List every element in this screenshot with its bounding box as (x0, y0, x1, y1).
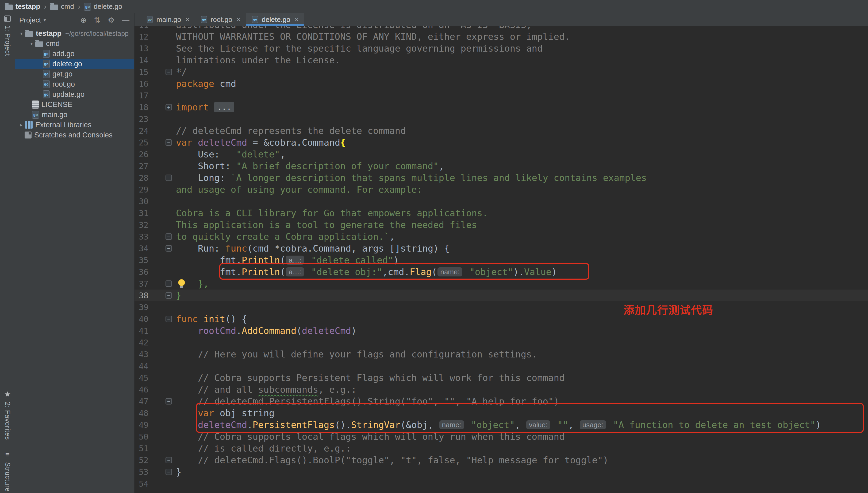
tab-delete.go[interactable]: godelete.go× (246, 13, 304, 26)
code-line-43[interactable]: 43 // Here you will define your flags an… (134, 348, 868, 360)
chevron-open-icon[interactable]: ▾ (18, 31, 25, 36)
line-number[interactable]: 17 (134, 91, 148, 100)
stripe-button-structure[interactable]: ≡ Structure (0, 450, 15, 492)
line-number[interactable]: 40 (134, 315, 148, 324)
project-tree-item-LICENSE[interactable]: LICENSE (15, 100, 134, 110)
line-number[interactable]: 13 (134, 44, 148, 53)
line-number[interactable]: 45 (134, 373, 148, 383)
line-number[interactable]: 28 (134, 173, 148, 183)
line-number[interactable]: 41 (134, 326, 148, 336)
code-line-14[interactable]: 14limitations under the License. (134, 54, 868, 66)
code-line-27[interactable]: 27 Short: "A brief description of your c… (134, 160, 868, 172)
tab-root.go[interactable]: goroot.go× (195, 13, 246, 26)
code-line-36[interactable]: 36 fmt.Println(a…: "delete obj:",cmd.Fla… (134, 266, 868, 278)
project-tree-item-update.go[interactable]: goupdate.go (15, 89, 134, 100)
code-line-29[interactable]: 29and usage of using your command. For e… (134, 184, 868, 195)
code-line-49[interactable]: 49 deleteCmd.PersistentFlags().StringVar… (134, 419, 868, 431)
fold-collapse-icon[interactable]: − (166, 245, 172, 252)
tab-main.go[interactable]: gomain.go× (141, 13, 195, 26)
code-line-40[interactable]: 40−func init() { (134, 313, 868, 325)
code-line-38[interactable]: 38−} (134, 290, 868, 301)
code-line-24[interactable]: 24// deleteCmd represents the delete com… (134, 125, 868, 136)
close-icon[interactable]: × (237, 16, 241, 24)
project-tree-item-root.go[interactable]: goroot.go (15, 79, 134, 89)
code-line-50[interactable]: 50 // Cobra supports local flags which w… (134, 431, 868, 443)
code-line-17[interactable]: 17 (134, 90, 868, 101)
collapse-all-icon[interactable]: ⇅ (94, 16, 100, 25)
line-number[interactable]: 54 (134, 479, 148, 489)
code-line-32[interactable]: 32This application is a tool to generate… (134, 219, 868, 231)
line-number[interactable]: 32 (134, 220, 148, 230)
code-line-48[interactable]: 48 var obj string (134, 407, 868, 419)
line-number[interactable]: 16 (134, 79, 148, 88)
line-number[interactable]: 35 (134, 256, 148, 265)
breadcrumb-item-delete.go[interactable]: godelete.go (84, 2, 122, 11)
project-tree-item-main.go[interactable]: gomain.go (15, 110, 134, 120)
line-number[interactable]: 24 (134, 126, 148, 135)
line-number[interactable]: 49 (134, 420, 148, 430)
line-number[interactable]: 25 (134, 138, 148, 147)
code-line-44[interactable]: 44 (134, 360, 868, 372)
line-number[interactable]: 11 (134, 26, 148, 30)
project-tree-item-delete.go[interactable]: godelete.go (15, 59, 134, 69)
project-panel-title[interactable]: Project (19, 16, 41, 24)
code-line-42[interactable]: 42 (134, 337, 868, 348)
line-number[interactable]: 51 (134, 444, 148, 453)
line-number[interactable]: 29 (134, 185, 148, 194)
line-number[interactable]: 38 (134, 291, 148, 300)
code-line-16[interactable]: 16package cmd (134, 78, 868, 90)
line-number[interactable]: 47 (134, 397, 148, 406)
folded-region[interactable]: ... (214, 102, 234, 112)
line-number[interactable]: 33 (134, 232, 148, 241)
code-line-53[interactable]: 53−} (134, 466, 868, 478)
project-tree-item-cmd[interactable]: ▾cmd (15, 39, 134, 49)
line-number[interactable]: 48 (134, 408, 148, 418)
line-number[interactable]: 52 (134, 455, 148, 465)
line-number[interactable]: 23 (134, 114, 148, 124)
line-number[interactable]: 37 (134, 279, 148, 288)
line-number[interactable]: 44 (134, 362, 148, 371)
code-line-30[interactable]: 30 (134, 195, 868, 207)
chevron-down-icon[interactable]: ▾ (44, 17, 46, 23)
intention-bulb-icon[interactable] (178, 279, 185, 288)
code-line-39[interactable]: 39 (134, 301, 868, 313)
line-number[interactable]: 14 (134, 56, 148, 65)
fold-collapse-icon[interactable]: − (166, 398, 172, 405)
line-number[interactable]: 26 (134, 150, 148, 159)
line-number[interactable]: 27 (134, 162, 148, 171)
line-number[interactable]: 15 (134, 67, 148, 77)
code-line-51[interactable]: 51 // is called directly, e.g.: (134, 443, 868, 454)
code-line-23[interactable]: 23 (134, 113, 868, 125)
breadcrumb-item-cmd[interactable]: cmd (50, 2, 74, 11)
fold-collapse-icon[interactable]: − (166, 280, 172, 287)
line-number[interactable]: 18 (134, 103, 148, 112)
close-icon[interactable]: × (186, 16, 190, 24)
code-line-18[interactable]: 18+import ... (134, 101, 868, 113)
line-number[interactable]: 46 (134, 385, 148, 394)
fold-collapse-icon[interactable]: − (166, 233, 172, 240)
hide-icon[interactable]: — (122, 16, 129, 24)
fold-collapse-icon[interactable]: − (166, 69, 172, 75)
project-tree-item-add.go[interactable]: goadd.go (15, 49, 134, 59)
line-number[interactable]: 30 (134, 197, 148, 206)
line-number[interactable]: 36 (134, 267, 148, 277)
code-line-54[interactable]: 54 (134, 478, 868, 490)
stripe-button-favorites[interactable]: ★ 2: Favorites (0, 390, 15, 440)
chevron-closed-icon[interactable]: ▸ (18, 122, 25, 128)
fold-collapse-icon[interactable]: − (166, 175, 172, 181)
line-number[interactable]: 42 (134, 338, 148, 347)
breadcrumb-item-testapp[interactable]: testapp (5, 2, 40, 11)
fold-expand-icon[interactable]: + (166, 104, 172, 110)
code-line-45[interactable]: 45 // Cobra supports Persistent Flags wh… (134, 372, 868, 384)
line-number[interactable]: 50 (134, 432, 148, 442)
code-line-12[interactable]: 12WITHOUT WARRANTIES OR CONDITIONS OF AN… (134, 31, 868, 43)
code-line-47[interactable]: 47− // deleteCmd.PersistentFlags().Strin… (134, 395, 868, 407)
fold-collapse-icon[interactable]: − (166, 139, 172, 146)
line-number[interactable]: 12 (134, 32, 148, 41)
code-line-31[interactable]: 31Cobra is a CLI library for Go that emp… (134, 207, 868, 219)
code-line-34[interactable]: 34− Run: func(cmd *cobra.Command, args [… (134, 242, 868, 254)
fold-collapse-icon[interactable]: − (166, 457, 172, 463)
code-line-26[interactable]: 26 Use: "delete", (134, 148, 868, 160)
project-tree-item-get.go[interactable]: goget.go (15, 69, 134, 79)
fold-collapse-icon[interactable]: − (166, 292, 172, 299)
